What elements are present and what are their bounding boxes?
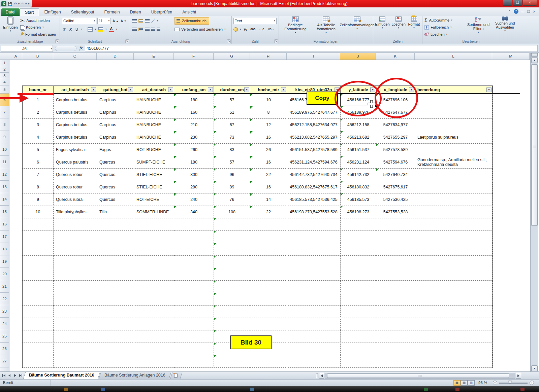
cell-empty[interactable] bbox=[415, 256, 493, 268]
cell-r12c6[interactable]: 22 bbox=[250, 169, 287, 181]
fill-color-icon[interactable] bbox=[98, 27, 103, 32]
decrease-indent-icon[interactable] bbox=[151, 28, 155, 31]
vertical-scrollbar[interactable]: ▲ ▼ bbox=[530, 53, 538, 371]
align-center-icon[interactable] bbox=[138, 28, 143, 31]
cell-r9c2[interactable]: Carpinus bbox=[97, 131, 134, 144]
dialog-launcher-icon[interactable]: ↘ bbox=[274, 39, 278, 43]
doc-minimize-icon[interactable]: — bbox=[521, 10, 525, 13]
cell-empty[interactable] bbox=[174, 281, 214, 293]
cell-r8c3[interactable]: HAINBUCHE bbox=[134, 119, 174, 131]
font-size-select[interactable]: 11▾ bbox=[97, 18, 111, 24]
undo-caret-icon[interactable]: ▾ bbox=[18, 2, 20, 5]
undo-icon[interactable]: ↶ bbox=[14, 1, 17, 6]
name-box-caret-icon[interactable]: ▾ bbox=[51, 47, 52, 50]
shrink-font-button[interactable]: A▼ bbox=[120, 19, 127, 23]
scroll-down-icon[interactable]: ▼ bbox=[531, 365, 538, 371]
bold-button[interactable]: F bbox=[63, 27, 66, 32]
cell-empty[interactable] bbox=[341, 268, 376, 281]
windows-taskbar[interactable] bbox=[0, 386, 539, 392]
cell-empty[interactable] bbox=[97, 330, 134, 343]
cell-empty[interactable] bbox=[250, 231, 287, 243]
name-box[interactable]: J6 ▾ bbox=[1, 45, 53, 52]
cell-r10c0[interactable]: 5 bbox=[23, 144, 54, 156]
cell-empty[interactable] bbox=[134, 243, 174, 256]
align-left-icon[interactable] bbox=[132, 28, 137, 31]
cell-r7c4[interactable]: 160 bbox=[174, 106, 214, 119]
cell-empty[interactable] bbox=[23, 330, 54, 343]
cell-empty[interactable] bbox=[415, 281, 493, 293]
cell-r12c0[interactable]: 7 bbox=[23, 169, 54, 181]
copy-button[interactable]: Kopieren▾ bbox=[20, 24, 44, 31]
cell-r15c4[interactable]: 340 bbox=[174, 206, 214, 218]
cell-r14c2[interactable]: Quercus bbox=[97, 193, 134, 206]
cell-empty[interactable] bbox=[287, 330, 341, 343]
row-header-7[interactable]: 7 bbox=[0, 106, 9, 118]
cell-empty[interactable] bbox=[23, 306, 54, 318]
cell-empty[interactable] bbox=[134, 218, 174, 231]
cell-r9c1[interactable]: Carpinus betulus bbox=[54, 131, 97, 144]
col-header-D[interactable]: D bbox=[97, 53, 134, 60]
font-color-icon[interactable]: A bbox=[109, 27, 114, 32]
cell-r10c7[interactable]: 456151.537,5427578.589 bbox=[287, 144, 341, 156]
cell-empty[interactable] bbox=[214, 243, 250, 256]
cell-r7c10[interactable] bbox=[415, 106, 493, 119]
cell-r10c8[interactable]: 456151.537 bbox=[341, 144, 376, 156]
cell-r10c5[interactable]: 83 bbox=[214, 144, 250, 156]
increase-decimal-icon[interactable]: ←,0 bbox=[258, 27, 265, 31]
zoom-in-icon[interactable]: ＋ bbox=[530, 381, 534, 385]
cell-empty[interactable] bbox=[214, 281, 250, 293]
cell-empty[interactable] bbox=[23, 243, 54, 256]
cell-empty[interactable] bbox=[250, 218, 287, 231]
cell-r13c9[interactable]: 5427675,617 bbox=[376, 181, 415, 193]
cell-empty[interactable] bbox=[54, 293, 97, 306]
clear-button[interactable]: Löschen▾ bbox=[424, 31, 447, 38]
cell-empty[interactable] bbox=[97, 218, 134, 231]
cell-empty[interactable] bbox=[97, 281, 134, 293]
format-cells-button[interactable]: Format▾ bbox=[407, 16, 421, 29]
align-right-icon[interactable] bbox=[145, 28, 150, 31]
cell-r8c9[interactable]: 5427634,977 bbox=[376, 119, 415, 131]
cell-empty[interactable] bbox=[54, 318, 97, 330]
cell-r10c9[interactable]: 5427578.589 bbox=[376, 144, 415, 156]
cell-empty[interactable] bbox=[415, 293, 493, 306]
redo-icon[interactable]: ↷ bbox=[21, 1, 24, 6]
cell-r14c1[interactable]: Quercus rubra bbox=[54, 193, 97, 206]
cell-empty[interactable] bbox=[341, 318, 376, 330]
next-sheet-icon[interactable] bbox=[12, 373, 18, 378]
cell-r7c3[interactable]: HAINBUCHE bbox=[134, 106, 174, 119]
cell-empty[interactable] bbox=[174, 343, 214, 355]
cell-r15c10[interactable] bbox=[415, 206, 493, 218]
tab-formeln[interactable]: Formeln bbox=[99, 8, 125, 16]
cell-empty[interactable] bbox=[287, 218, 341, 231]
cell-empty[interactable] bbox=[134, 355, 174, 368]
align-bottom-icon[interactable] bbox=[145, 19, 150, 23]
cell-empty[interactable] bbox=[376, 355, 415, 368]
fx-icon[interactable]: fx bbox=[80, 45, 83, 51]
cell-r11c7[interactable]: 456231.124,5427594.676 bbox=[287, 156, 341, 169]
cell-empty[interactable] bbox=[174, 293, 214, 306]
row-header-5[interactable]: 5 bbox=[0, 85, 9, 94]
cell-empty[interactable] bbox=[54, 355, 97, 368]
cell-empty[interactable] bbox=[376, 293, 415, 306]
minimize-button[interactable]: — bbox=[503, 0, 512, 6]
cell-empty[interactable] bbox=[250, 318, 287, 330]
cell-empty[interactable] bbox=[214, 355, 250, 368]
cell-r12c7[interactable]: 456142.732,5427640.734 bbox=[287, 169, 341, 181]
cell-r14c9[interactable]: 5427536,425 bbox=[376, 193, 415, 206]
col-header-L[interactable]: L bbox=[415, 53, 492, 60]
cell-empty[interactable] bbox=[23, 293, 54, 306]
cell-r7c0[interactable]: 2 bbox=[23, 106, 54, 119]
row-header-11[interactable]: 11 bbox=[0, 156, 9, 168]
cell-r15c8[interactable]: 456198.273 bbox=[341, 206, 376, 218]
col-header-F[interactable]: F bbox=[174, 53, 214, 60]
align-top-icon[interactable] bbox=[132, 19, 137, 23]
formula-input[interactable]: 456166.777 bbox=[85, 45, 538, 52]
cell-empty[interactable] bbox=[415, 268, 493, 281]
cell-empty[interactable] bbox=[376, 218, 415, 231]
cell-r15c7[interactable]: 456198.273,5427553.528 bbox=[287, 206, 341, 218]
cell-r15c0[interactable]: 10 bbox=[23, 206, 54, 218]
cell-r9c3[interactable]: HAINBUCHE bbox=[134, 131, 174, 144]
cell-empty[interactable] bbox=[174, 268, 214, 281]
row-header-16[interactable]: 16 bbox=[0, 218, 9, 230]
cell-r8c7[interactable]: 456212.158,5427634.977 bbox=[287, 119, 341, 131]
